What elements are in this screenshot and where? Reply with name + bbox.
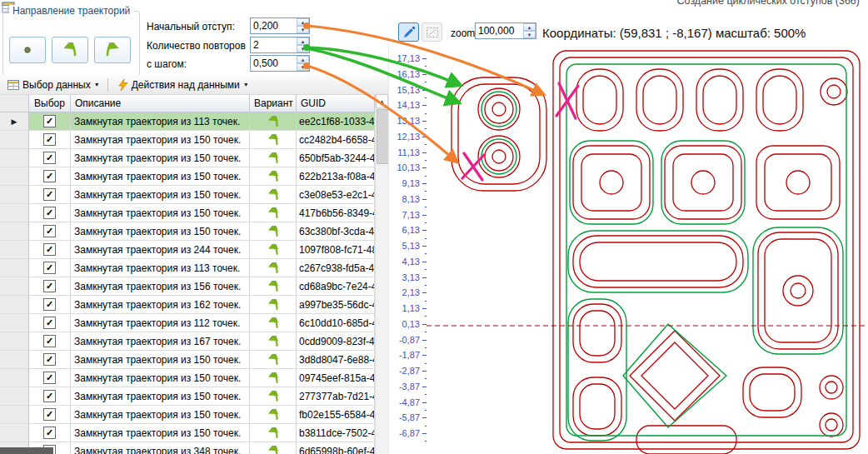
select-region-button[interactable]	[422, 22, 442, 42]
row-guid: cd68a9bc-7e24-4	[297, 277, 375, 296]
pcb-traces-drawing	[427, 46, 868, 454]
table-row[interactable]: ✓ Замкнутая траектория из 150 точек. b38…	[0, 424, 375, 442]
table-row[interactable]: ▶ ✓ Замкнутая траектория из 113 точек. e…	[0, 112, 375, 131]
row-checkbox[interactable]: ✓	[43, 115, 56, 127]
table-row[interactable]: ✓ Замкнутая траектория из 112 точек. 6c1…	[0, 314, 375, 332]
table-row[interactable]: ✓ Замкнутая траектория из 150 точек. 277…	[0, 387, 375, 406]
direction-cw-button[interactable]	[94, 37, 131, 63]
table-row[interactable]: ✓ Замкнутая траектория из 150 точек. 097…	[0, 369, 375, 387]
row-checkbox[interactable]: ✓	[43, 427, 56, 439]
table-row[interactable]: ✓ Замкнутая траектория из 150 точек. 417…	[0, 204, 375, 222]
direction-ccw-button[interactable]	[52, 37, 88, 63]
table-row[interactable]: ✓ Замкнутая траектория из 150 точек. 622…	[0, 167, 375, 186]
scrollbar-up-button[interactable]: ▲	[376, 94, 388, 108]
step-input[interactable]: 0,500	[251, 56, 297, 71]
table-row[interactable]: ✓ Замкнутая траектория из 113 точек. c26…	[0, 259, 375, 277]
initial-offset-up-button[interactable]: ▲	[297, 18, 309, 26]
row-checkbox[interactable]: ✓	[43, 207, 56, 219]
variant-curl-arrow-icon	[266, 262, 281, 274]
scrollbar-thumb[interactable]	[377, 109, 389, 164]
row-checkbox[interactable]: ✓	[43, 298, 56, 311]
select-data-button[interactable]: Выбор данных ▼	[2, 77, 105, 92]
table-row[interactable]: ✓ Замкнутая траектория из 150 точек. c3e…	[0, 186, 375, 204]
row-checkbox[interactable]: ✓	[43, 372, 56, 384]
data-actions-label: Действия над данными	[132, 79, 240, 91]
row-select-cell: ✓	[29, 167, 71, 186]
row-variant-cell	[250, 351, 297, 369]
variant-curl-arrow-icon	[266, 189, 281, 201]
row-checkbox[interactable]: ✓	[43, 243, 56, 256]
row-select-cell: ✓	[29, 241, 71, 259]
row-checkbox[interactable]: ✓	[43, 152, 56, 164]
column-header-guid[interactable]: GUID	[297, 94, 375, 112]
row-variant-cell	[250, 204, 297, 222]
row-checkbox[interactable]: ✓	[43, 353, 56, 366]
repeat-count-input[interactable]: 2	[251, 37, 297, 52]
table-row[interactable]: ✓ Замкнутая траектория из 150 точек. fb0…	[0, 406, 375, 424]
table-row[interactable]: ✓ Замкнутая траектория из 150 точек. 650…	[0, 149, 375, 167]
row-checkbox[interactable]: ✓	[43, 262, 56, 274]
table-scrollbar[interactable]: ▲	[375, 94, 389, 454]
row-guid: 0cdd9009-823f-4e	[297, 332, 375, 351]
step-up-button[interactable]: ▲	[297, 56, 309, 63]
table-row[interactable]: ✓ Замкнутая траектория из 150 точек. cc2…	[0, 131, 375, 149]
row-select-cell: ✓	[29, 222, 71, 241]
step-label: с шагом:	[147, 58, 187, 70]
initial-offset-input[interactable]: 0,200	[251, 18, 297, 33]
table-row[interactable]: ✓ Замкнутая траектория из 348 точек. 6d6…	[0, 442, 375, 454]
row-checkbox[interactable]: ✓	[43, 390, 56, 402]
ruler-tick: 9,13	[389, 178, 427, 188]
data-actions-button[interactable]: Действия над данными ▼	[113, 77, 254, 92]
zoom-input[interactable]: 100,000	[476, 23, 523, 38]
column-header-select[interactable]: Выбор	[29, 94, 71, 112]
row-checkbox[interactable]: ✓	[43, 188, 56, 201]
zoom-up-button[interactable]: ▲	[523, 23, 536, 31]
row-guid: c267c938-fd5a-42	[297, 259, 375, 277]
zoom-label: zoom	[451, 27, 475, 39]
row-checkbox[interactable]: ✓	[43, 170, 56, 182]
table-row[interactable]: ✓ Замкнутая траектория из 167 точек. 0cd…	[0, 332, 375, 351]
variant-curl-arrow-icon	[266, 281, 281, 292]
row-description: Замкнутая траектория из 150 точек.	[71, 387, 250, 406]
step-down-button[interactable]: ▼	[297, 63, 309, 71]
row-checkbox[interactable]: ✓	[43, 317, 56, 329]
zoom-down-button[interactable]: ▼	[523, 31, 536, 38]
row-variant-cell	[250, 442, 297, 454]
column-header-description[interactable]: Описание	[71, 94, 250, 112]
variant-curl-arrow-icon	[266, 207, 281, 219]
row-checkbox[interactable]: ✓	[43, 280, 56, 292]
repeat-count-up-button[interactable]: ▲	[297, 37, 309, 45]
ruler-tick: -0,87	[389, 335, 427, 345]
repeat-count-down-button[interactable]: ▼	[297, 45, 309, 52]
direction-point-button[interactable]	[9, 37, 46, 63]
table-row[interactable]: ✓ Замкнутая траектория из 162 точек. a99…	[0, 296, 375, 314]
row-checkbox[interactable]: ✓	[43, 225, 56, 237]
row-description: Замкнутая траектория из 113 точек.	[71, 259, 250, 277]
ruler-tick: 15,13	[389, 85, 427, 95]
pcb-canvas[interactable]	[427, 46, 868, 454]
table-row[interactable]: ✓ Замкнутая траектория из 244 точек. 109…	[0, 241, 375, 259]
table-row[interactable]: ✓ Замкнутая траектория из 156 точек. cd6…	[0, 277, 375, 296]
table-row[interactable]: ✓ Замкнутая траектория из 150 точек. 3d8…	[0, 351, 375, 369]
column-header-variant[interactable]: Вариант	[250, 94, 297, 112]
row-guid: 63c380bf-3cda-4c	[297, 222, 375, 241]
table-row[interactable]: ✓ Замкнутая траектория из 150 точек. 63c…	[0, 222, 375, 241]
scroll-corner	[0, 447, 53, 454]
row-select-cell: ✓	[29, 351, 71, 369]
row-guid: 3d8d8047-6e88-4	[297, 351, 375, 369]
ruler-tick: -2,87	[389, 366, 427, 376]
row-selector-header	[0, 94, 29, 112]
row-checkbox[interactable]: ✓	[43, 335, 56, 347]
edit-pencil-button[interactable]	[398, 22, 419, 42]
variant-curl-arrow-icon	[266, 226, 281, 237]
row-select-cell: ✓	[29, 387, 71, 406]
row-guid: ee2c1f68-1033-4d	[297, 112, 375, 131]
initial-offset-down-button[interactable]: ▼	[297, 26, 309, 33]
row-description: Замкнутая траектория из 348 точек.	[71, 442, 250, 454]
row-select-cell: ✓	[29, 332, 71, 351]
row-variant-cell	[250, 131, 297, 149]
row-checkbox[interactable]: ✓	[43, 133, 56, 146]
ruler-tick: -1,87	[389, 350, 427, 360]
row-select-cell: ✓	[29, 112, 71, 131]
row-checkbox[interactable]: ✓	[43, 408, 56, 421]
